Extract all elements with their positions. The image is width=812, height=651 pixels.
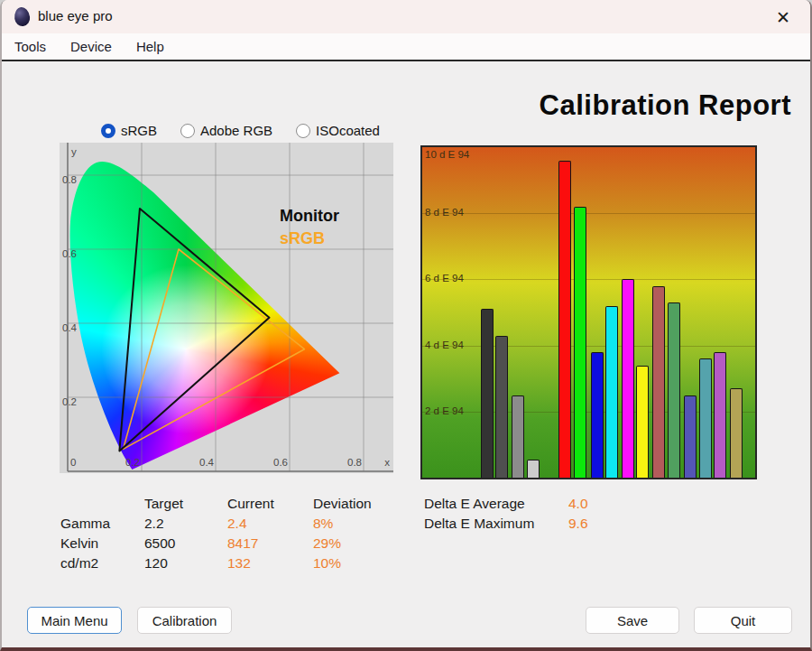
window-title: blue eye pro bbox=[38, 8, 113, 23]
app-logo-icon bbox=[14, 6, 31, 27]
delta-e-bar-gray-dark bbox=[481, 309, 494, 478]
title-bar: blue eye pro ✕ bbox=[2, 0, 810, 33]
delta-e-bar-gray-light bbox=[527, 460, 540, 478]
stats-current-value: 2.4 bbox=[227, 516, 247, 532]
stats-deviation-value: 29% bbox=[313, 535, 341, 552]
bar-chart-ytick-label: 10 d E 94 bbox=[425, 149, 469, 160]
delta-e-bar-yellow bbox=[636, 366, 649, 478]
cie-x-tick-label: 0.8 bbox=[347, 457, 362, 468]
bar-chart-ytick-label: 2 d E 94 bbox=[425, 405, 464, 416]
close-icon[interactable]: ✕ bbox=[765, 4, 801, 31]
stats-current-value: 8417 bbox=[227, 535, 258, 552]
calibration-button[interactable]: Calibration bbox=[137, 607, 232, 634]
radio-unselected-icon[interactable] bbox=[296, 124, 310, 138]
radio-option-srgb[interactable]: sRGB bbox=[101, 123, 157, 138]
radio-selected-icon[interactable] bbox=[101, 124, 115, 138]
bar-chart-gridline bbox=[422, 279, 755, 280]
legend-srgb: sRGB bbox=[280, 229, 325, 248]
delta-e-bar-green bbox=[574, 207, 586, 478]
menu-item-tools[interactable]: Tools bbox=[14, 39, 46, 54]
menu-item-device[interactable]: Device bbox=[70, 39, 112, 54]
radio-label: sRGB bbox=[121, 123, 157, 138]
stats-target-value: 2.2 bbox=[144, 516, 164, 532]
cie-y-tick-label: 0.8 bbox=[62, 174, 77, 185]
menu-item-help[interactable]: Help bbox=[136, 39, 164, 54]
radio-label: Adobe RGB bbox=[200, 123, 272, 138]
delta-e-bar-gray-mid-dark bbox=[495, 336, 508, 478]
stats-header-current: Current bbox=[227, 496, 274, 512]
app-window: blue eye pro ✕ ToolsDeviceHelp Calibrati… bbox=[0, 0, 812, 651]
stats-header-deviation: Deviation bbox=[313, 496, 372, 512]
cie-chromaticity-diagram: y0.80.60.40.200.20.40.60.8x Monitor sRGB bbox=[60, 143, 393, 473]
stats-current-value: 132 bbox=[227, 555, 251, 572]
bar-chart-gridline bbox=[422, 346, 755, 347]
cie-x-tick-label: 0 bbox=[70, 457, 76, 468]
delta-e-bar-orchid bbox=[714, 352, 726, 478]
cie-grid-and-gamut-triangles: y0.80.60.40.200.20.40.60.8x bbox=[60, 143, 393, 473]
cie-y-axis-letter: y bbox=[71, 146, 77, 157]
bar-chart-ytick-label: 6 d E 94 bbox=[425, 273, 464, 284]
cie-x-tick-label: 0.4 bbox=[199, 457, 215, 468]
cie-x-axis-letter: x bbox=[384, 457, 390, 468]
radio-option-adobe-rgb[interactable]: Adobe RGB bbox=[180, 123, 272, 138]
save-button[interactable]: Save bbox=[586, 607, 679, 634]
stats-row-label-cdm2: cd/m2 bbox=[60, 555, 98, 572]
gamut-radio-group: sRGBAdobe RGBISOcoated bbox=[101, 123, 380, 138]
stats-target-value: 6500 bbox=[144, 535, 175, 552]
stats-deviation-value: 8% bbox=[313, 516, 333, 532]
srgb-gamut-triangle bbox=[124, 249, 305, 449]
delta-e-bar-chart: 10 d E 948 d E 946 d E 944 d E 942 d E 9… bbox=[420, 145, 757, 479]
stats-deviation-value: 10% bbox=[313, 555, 341, 572]
legend-monitor: Monitor bbox=[280, 207, 339, 226]
delta-e-maximum-label: Delta E Maximum bbox=[424, 516, 534, 532]
page-title: Calibration Report bbox=[540, 89, 791, 122]
menu-bar: ToolsDeviceHelp bbox=[2, 33, 810, 61]
delta-e-average-label: Delta E Average bbox=[424, 496, 525, 512]
stats-row-label-kelvin: Kelvin bbox=[60, 535, 98, 552]
radio-option-isocoated[interactable]: ISOcoated bbox=[296, 123, 380, 138]
delta-e-bar-teal bbox=[699, 358, 712, 478]
radio-unselected-icon[interactable] bbox=[180, 124, 195, 138]
radio-label: ISOcoated bbox=[316, 123, 380, 138]
cie-y-tick-label: 0.4 bbox=[62, 322, 78, 333]
delta-e-bar-blue bbox=[591, 352, 604, 478]
cie-y-tick-label: 0.6 bbox=[62, 248, 77, 259]
delta-e-bar-cyan bbox=[605, 306, 618, 478]
bar-chart-ytick-label: 4 d E 94 bbox=[425, 339, 464, 350]
delta-e-bar-red bbox=[558, 161, 571, 478]
cie-x-tick-label: 0.6 bbox=[273, 457, 288, 468]
stats-header-target: Target bbox=[144, 496, 183, 512]
main-menu-button[interactable]: Main Menu bbox=[27, 607, 122, 634]
quit-button[interactable]: Quit bbox=[694, 607, 792, 634]
bar-chart-gridline bbox=[422, 213, 755, 214]
cie-x-tick-label: 0.2 bbox=[125, 457, 140, 468]
delta-e-average-value: 4.0 bbox=[568, 496, 588, 512]
cie-y-tick-label: 0.2 bbox=[62, 396, 77, 407]
delta-e-bar-slate-blue bbox=[684, 395, 697, 479]
delta-e-bar-magenta bbox=[622, 279, 634, 478]
delta-e-bar-brown bbox=[652, 286, 665, 478]
delta-e-maximum-value: 9.6 bbox=[568, 516, 588, 532]
stats-row-label-gamma: Gamma bbox=[60, 516, 110, 532]
delta-e-bar-khaki bbox=[730, 388, 743, 478]
delta-e-bar-gray-mid bbox=[512, 395, 524, 479]
stats-target-value: 120 bbox=[144, 555, 168, 572]
bar-chart-ytick-label: 8 d E 94 bbox=[425, 207, 464, 218]
delta-e-bar-sea-green bbox=[668, 302, 680, 478]
